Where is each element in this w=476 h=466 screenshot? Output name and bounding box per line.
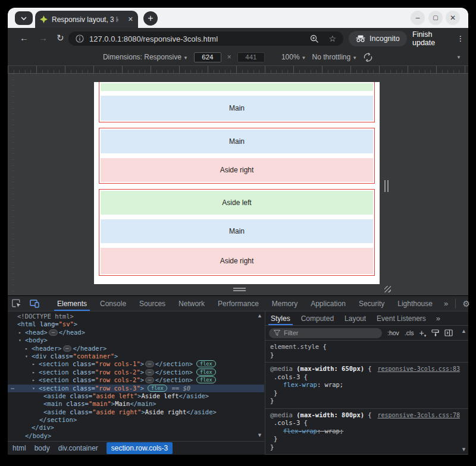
flex-badge[interactable]: flex xyxy=(148,385,167,392)
style-rule-line[interactable]: element.style { xyxy=(265,343,468,351)
expand-arrow-icon[interactable]: ▸ xyxy=(25,345,28,352)
dom-tree-row[interactable]: ▸<section class="row cols-1">⋯</section>… xyxy=(8,360,264,368)
flex-badge[interactable]: flex xyxy=(196,369,215,376)
dom-tree-row[interactable]: <!DOCTYPE html> xyxy=(8,313,264,320)
style-rule-line[interactable]: .cols-3 { xyxy=(265,419,468,427)
tab-search-button[interactable] xyxy=(15,11,33,25)
tab-sources[interactable]: Sources xyxy=(133,296,172,311)
breadcrumb-item[interactable]: div.container xyxy=(58,444,98,452)
filter-input[interactable] xyxy=(284,329,367,336)
settings-gear-icon[interactable]: ⚙ xyxy=(458,296,474,311)
style-rule-line[interactable]: } xyxy=(265,435,468,443)
styles-filter[interactable] xyxy=(269,328,382,338)
tab-elements[interactable]: Elements xyxy=(51,296,93,311)
address-bar[interactable]: 127.0.0.1:8080/responsive-3cols.html ☆ xyxy=(68,32,343,46)
pseudo-state-button[interactable]: :hov xyxy=(387,329,399,336)
style-rule-line[interactable]: } xyxy=(265,351,468,360)
page-viewport[interactable]: MainMainAside rightAside leftMainAside r… xyxy=(94,82,380,284)
window-close-button[interactable]: ✕ xyxy=(446,11,460,25)
breadcrumb-item[interactable]: section.row.cols-3 xyxy=(107,442,173,454)
expand-arrow-icon[interactable]: ▸ xyxy=(32,360,35,368)
viewport-width-input[interactable] xyxy=(194,52,221,62)
dom-tree-row[interactable]: ▸<section class="row cols-2">⋯</section>… xyxy=(8,369,264,376)
sidebar-panel-icon[interactable] xyxy=(444,329,453,336)
style-rule-line[interactable]: flex-wrap: wrap; xyxy=(265,427,468,436)
sidebar-tab-event-listeners[interactable]: Event Listeners xyxy=(371,311,431,325)
dimensions-select[interactable]: Dimensions: Responsive▼ xyxy=(103,53,188,61)
viewport-resize-handle-bottom[interactable] xyxy=(233,288,246,291)
tab-network[interactable]: Network xyxy=(172,296,211,311)
scroll-down-button[interactable]: ▼ xyxy=(461,446,466,452)
reload-button[interactable]: ↻ xyxy=(57,33,64,43)
sidebar-more-tabs-button[interactable]: » xyxy=(431,314,445,323)
collapse-arrow-icon[interactable]: ▾ xyxy=(25,352,28,360)
throttling-select[interactable]: No throttling▼ xyxy=(312,53,358,61)
more-tabs-button[interactable]: » xyxy=(439,299,453,308)
breadcrumb-item[interactable]: html xyxy=(12,444,26,452)
dom-tree-row[interactable]: ▸<head>⋯</head> xyxy=(8,329,264,336)
flex-badge[interactable]: flex xyxy=(196,360,215,367)
expand-arrow-icon[interactable]: ▸ xyxy=(32,369,35,376)
viewport-resize-handle-right[interactable] xyxy=(384,180,389,192)
style-rule-line[interactable]: flex-wrap: wrap; xyxy=(265,381,468,389)
scroll-down-button[interactable]: ▼ xyxy=(257,432,262,438)
stylesheet-link[interactable]: responsive-3cols.css:78 xyxy=(378,412,460,418)
collapsed-content-button[interactable]: ⋯ xyxy=(63,345,72,352)
stylesheet-link[interactable]: responsive-3cols.css:83 xyxy=(378,366,460,372)
dom-tree-row[interactable]: ▾<body> xyxy=(8,336,264,344)
viewport-resize-handle-corner[interactable] xyxy=(384,286,391,292)
sidebar-tab-computed[interactable]: Computed xyxy=(296,311,339,325)
class-toggle-button[interactable]: .cls xyxy=(405,329,414,336)
collapse-arrow-icon[interactable]: ▾ xyxy=(18,336,21,344)
scroll-up-button[interactable]: ▲ xyxy=(257,313,262,319)
toggle-device-toolbar-button[interactable] xyxy=(26,296,43,311)
rotate-viewport-icon[interactable] xyxy=(363,52,373,62)
collapsed-content-button[interactable]: ⋯ xyxy=(49,329,58,336)
zoom-select[interactable]: 100%▼ xyxy=(281,53,306,61)
minimize-button[interactable]: – xyxy=(411,11,425,25)
dom-tree-row[interactable]: <main class="main">Main</main> xyxy=(8,400,264,408)
bookmark-star-icon[interactable]: ☆ xyxy=(328,34,336,43)
viewport-height-input[interactable] xyxy=(237,52,265,62)
dom-tree-row[interactable]: <aside class="aside right">Aside right</… xyxy=(8,408,264,416)
style-rule-line[interactable]: .cols-3 { xyxy=(265,373,468,382)
style-rule-line[interactable]: } xyxy=(265,397,468,405)
collapsed-content-button[interactable]: ⋯ xyxy=(145,369,154,376)
collapsed-content-button[interactable]: ⋯ xyxy=(145,361,154,367)
zoom-icon[interactable] xyxy=(310,34,319,43)
back-button[interactable]: ← xyxy=(20,33,29,43)
url-text[interactable]: 127.0.0.1:8080/responsive-3cols.html xyxy=(89,34,310,43)
flex-badge[interactable]: flex xyxy=(196,376,215,383)
paint-roller-icon[interactable] xyxy=(431,329,439,336)
tab-performance[interactable]: Performance xyxy=(211,296,265,311)
forward-button[interactable]: → xyxy=(39,33,48,43)
style-rule-line[interactable]: } xyxy=(265,389,468,398)
dom-tree-row[interactable]: ▾<div class="container"> xyxy=(8,352,264,360)
expand-arrow-icon[interactable]: ▸ xyxy=(18,329,21,336)
row-menu-icon[interactable]: ⋯ xyxy=(11,385,15,392)
tab-lighthouse[interactable]: Lighthouse xyxy=(391,296,439,311)
device-toolbar-overflow-caret[interactable]: ▼ xyxy=(456,55,461,60)
site-info-icon[interactable] xyxy=(76,34,84,43)
collapsed-content-button[interactable]: ⋯ xyxy=(145,377,154,383)
dom-tree-row[interactable]: </body> xyxy=(8,432,264,440)
maximize-button[interactable]: ▢ xyxy=(428,11,443,25)
sidebar-tab-layout[interactable]: Layout xyxy=(339,311,371,325)
breadcrumb-item[interactable]: body xyxy=(35,444,50,452)
dom-tree-row[interactable]: ▸<section class="row cols-2">⋯</section>… xyxy=(8,376,264,384)
tab-memory[interactable]: Memory xyxy=(265,296,304,311)
dom-tree-row[interactable]: ⋯▾<section class="row cols-3">flex== $0 xyxy=(8,385,264,392)
new-style-rule-button[interactable]: +▾ xyxy=(419,328,427,338)
sidebar-tab-styles[interactable]: Styles xyxy=(265,311,296,325)
tab-security[interactable]: Security xyxy=(352,296,391,311)
style-rule-line[interactable]: } xyxy=(265,443,468,452)
dom-tree-row[interactable]: ▸<header>⋯</header> xyxy=(8,345,264,352)
dom-tree-row[interactable]: <html lang="sv"> xyxy=(8,320,264,328)
new-tab-button[interactable]: + xyxy=(143,11,158,26)
dom-tree-row[interactable]: <aside class="aside left">Aside left</as… xyxy=(8,392,264,400)
inspect-element-button[interactable] xyxy=(8,296,26,311)
tab-application[interactable]: Application xyxy=(304,296,352,311)
scroll-up-button[interactable]: ▲ xyxy=(461,328,466,334)
dom-tree-row[interactable]: </div> xyxy=(8,424,264,432)
browser-tab[interactable]: Responsiv layout, 3 kolum ✕ xyxy=(35,11,138,28)
